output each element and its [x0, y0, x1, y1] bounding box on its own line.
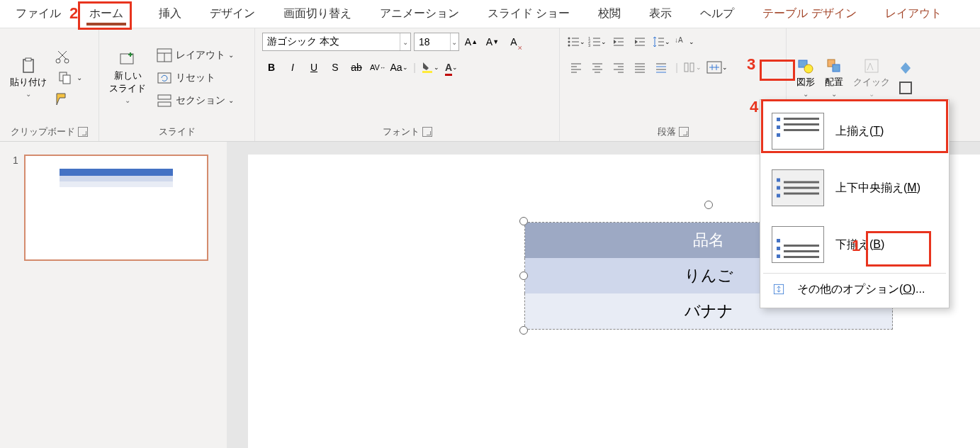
paste-label: 貼り付け — [10, 76, 47, 89]
new-slide-button[interactable]: 新しい スライド ⌄ — [106, 50, 149, 106]
svg-rect-1 — [26, 58, 31, 61]
tab-home[interactable]: ホーム — [79, 1, 133, 27]
shadow-button[interactable]: S — [326, 58, 344, 77]
font-size-input[interactable] — [415, 36, 450, 47]
paragraph-dialog-launcher[interactable] — [679, 127, 689, 137]
arrange-button[interactable]: 配置⌄ — [822, 56, 846, 99]
align-top-icon — [772, 113, 824, 150]
thumbnail-number: 1 — [13, 155, 18, 261]
slides-group-label: スライド — [159, 125, 196, 138]
align-bottom-icon — [772, 226, 824, 263]
svg-rect-11 — [158, 95, 171, 99]
arrange-icon — [826, 57, 843, 74]
format-painter-icon[interactable] — [54, 91, 71, 108]
svg-rect-56 — [685, 63, 688, 72]
new-slide-label: 新しい スライド — [109, 69, 146, 95]
font-color-button[interactable]: A⌄ — [442, 58, 461, 77]
decrease-font-icon[interactable]: A▼ — [483, 33, 502, 51]
bullets-button[interactable]: ⌄ — [567, 33, 585, 51]
tab-insert[interactable]: 挿入 — [149, 1, 191, 27]
underline-button[interactable]: U — [305, 58, 323, 77]
new-slide-icon — [119, 51, 136, 68]
svg-rect-63 — [833, 65, 840, 72]
quick-icon — [863, 57, 880, 74]
chevron-down-icon[interactable]: ⌄ — [450, 33, 458, 50]
caret-icon: ⌄ — [26, 90, 31, 98]
justify-button[interactable] — [631, 58, 649, 77]
layout-icon — [156, 47, 173, 64]
line-spacing-button[interactable]: ⌄ — [652, 33, 670, 51]
text-direction-button[interactable]: ↓A⌄ — [673, 33, 694, 51]
copy-icon — [57, 69, 74, 86]
tab-slideshow[interactable]: スライド ショー — [478, 1, 580, 27]
vertical-align-button[interactable]: ⌄ — [704, 58, 730, 77]
tab-transition[interactable]: 画面切り替え — [274, 1, 361, 27]
shape-outline-icon[interactable] — [897, 79, 914, 96]
tab-review[interactable]: 校閲 — [588, 1, 631, 27]
tab-file[interactable]: ファイル — [6, 1, 71, 27]
svg-point-18 — [568, 45, 570, 47]
reset-button[interactable]: リセット — [153, 68, 237, 88]
svg-rect-0 — [23, 60, 33, 72]
tab-help[interactable]: ヘルプ — [690, 1, 744, 27]
numbering-button[interactable]: 123⌄ — [588, 33, 607, 51]
cut-icon[interactable] — [54, 48, 71, 65]
clear-format-icon[interactable]: A⨯ — [505, 33, 523, 51]
tab-layout[interactable]: レイアウト — [875, 1, 952, 27]
bold-button[interactable]: B — [262, 58, 281, 77]
svg-rect-13 — [422, 71, 432, 73]
chevron-down-icon[interactable]: ⌄ — [400, 33, 410, 50]
shapes-button[interactable]: 図形⌄ — [794, 56, 818, 99]
more-options-icon — [772, 281, 786, 298]
char-spacing-button[interactable]: AV↔ — [368, 58, 387, 77]
rotate-handle[interactable] — [704, 201, 713, 209]
distribute-button[interactable] — [652, 58, 670, 77]
align-bottom-item[interactable]: 下揃え(B) — [763, 216, 946, 273]
increase-indent-button[interactable] — [631, 33, 649, 51]
resize-handle[interactable] — [519, 217, 528, 225]
align-right-button[interactable] — [609, 58, 628, 77]
resize-handle[interactable] — [519, 271, 528, 280]
reset-icon — [156, 69, 173, 86]
align-top-item[interactable]: 上揃え(T) — [763, 103, 946, 159]
section-icon — [156, 92, 173, 109]
resize-handle[interactable] — [519, 326, 528, 335]
decrease-indent-button[interactable] — [609, 33, 628, 51]
tab-design[interactable]: デザイン — [200, 1, 265, 27]
align-more-options-item[interactable]: その他のオプション(O)... — [763, 273, 946, 305]
clipboard-group-label: クリップボード — [11, 125, 75, 138]
tab-table-design[interactable]: テーブル デザイン — [753, 1, 866, 27]
svg-rect-12 — [158, 102, 171, 106]
increase-font-icon[interactable]: A▲ — [462, 33, 480, 51]
font-name-combo[interactable]: ⌄ — [262, 33, 411, 51]
paste-button[interactable]: 貼り付け ⌄ — [7, 56, 50, 99]
shape-fill-icon[interactable] — [897, 60, 914, 77]
svg-rect-65 — [900, 82, 911, 94]
font-name-input[interactable] — [263, 36, 400, 47]
tab-animation[interactable]: アニメーション — [370, 1, 469, 27]
change-case-button[interactable]: Aa⌄ — [390, 58, 408, 77]
shapes-icon — [797, 57, 814, 74]
svg-point-14 — [568, 38, 570, 40]
align-middle-item[interactable]: 上下中央揃え(M) — [763, 159, 946, 216]
font-dialog-launcher[interactable] — [422, 127, 432, 137]
font-size-combo[interactable]: ⌄ — [414, 33, 459, 51]
highlight-button[interactable]: ⌄ — [421, 58, 439, 77]
thumbnail-slide-1[interactable] — [24, 155, 208, 261]
clipboard-dialog-launcher[interactable] — [78, 127, 88, 137]
svg-text:↓A: ↓A — [675, 36, 683, 44]
svg-rect-6 — [120, 54, 133, 64]
align-center-button[interactable] — [588, 58, 607, 77]
svg-rect-57 — [690, 63, 694, 72]
tab-view[interactable]: 表示 — [639, 1, 682, 27]
quick-styles-button[interactable]: クイック⌄ — [850, 56, 893, 99]
strike-button[interactable]: ab — [347, 58, 366, 77]
section-button[interactable]: セクション⌄ — [153, 91, 237, 111]
italic-button[interactable]: I — [283, 58, 302, 77]
columns-button[interactable]: ⌄ — [683, 58, 702, 77]
svg-rect-10 — [158, 73, 171, 83]
clipboard-icon — [20, 57, 37, 74]
align-left-button[interactable] — [567, 58, 585, 77]
copy-button[interactable]: ⌄ — [54, 68, 85, 88]
layout-button[interactable]: レイアウト⌄ — [153, 45, 237, 65]
